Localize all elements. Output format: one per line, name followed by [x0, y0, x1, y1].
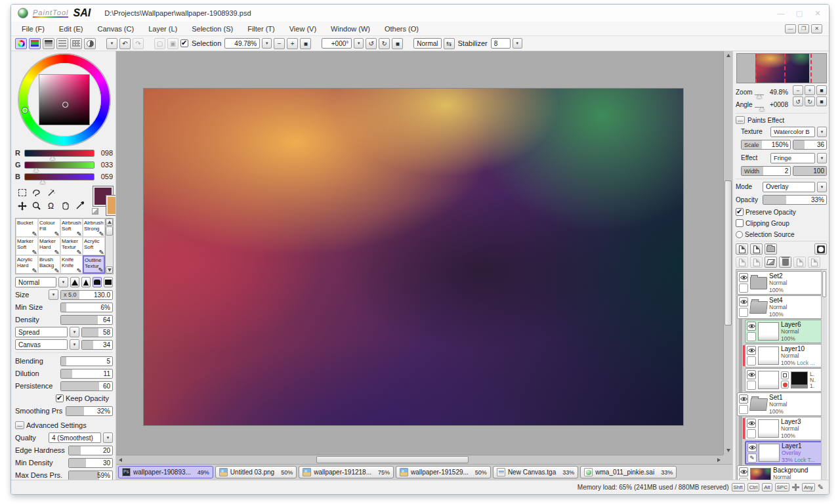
horizontal-scrollbar[interactable]: [116, 455, 723, 464]
angle-field[interactable]: +000°: [322, 38, 352, 49]
hsv-sliders-panel-toggle[interactable]: [43, 38, 54, 49]
layer-visibility-toggle[interactable]: [747, 322, 756, 331]
stabilizer-field[interactable]: 8: [491, 38, 511, 49]
smoothing-slider[interactable]: 32%: [66, 406, 113, 416]
sv-marker[interactable]: [62, 102, 68, 108]
density-slider[interactable]: 64: [60, 315, 113, 325]
r-slider[interactable]: [24, 150, 94, 157]
rect-select-tool[interactable]: [15, 186, 29, 199]
window-close-icon[interactable]: ✕: [813, 9, 822, 18]
brush-knife[interactable]: KnifeKnife✎: [60, 255, 83, 274]
swap-mode-button[interactable]: ⇆: [444, 38, 455, 49]
scroll-down-button[interactable]: [106, 266, 113, 274]
new-linework-layer-button[interactable]: [750, 243, 763, 255]
redo-button[interactable]: ↷: [133, 38, 144, 49]
nav-zoom-out-button[interactable]: −: [793, 85, 803, 95]
tab-wallpaper-1908939[interactable]: wallpaper-190893... 49%: [118, 466, 213, 478]
layer-mode-dropdown[interactable]: [817, 182, 827, 192]
texture-scale-slider[interactable]: Scale 150%: [741, 140, 791, 150]
spread-dropdown[interactable]: [70, 327, 79, 337]
paste-layer-button[interactable]: [808, 257, 820, 268]
move-tool[interactable]: [15, 200, 29, 212]
menu-layer[interactable]: Layer (L): [142, 23, 184, 35]
size-slider[interactable]: x 5.0 130.0: [60, 290, 113, 300]
rgb-sliders-panel-toggle[interactable]: [29, 38, 41, 49]
eyedropper-tool[interactable]: [73, 200, 87, 212]
fringe-strength-slider[interactable]: 100: [793, 166, 827, 176]
nav-rotate-cw-button[interactable]: ↻: [805, 96, 815, 106]
layer-visibility-toggle[interactable]: [747, 370, 756, 379]
saturation-value-square[interactable]: [39, 74, 90, 125]
layer-list-scrollbar[interactable]: [821, 270, 827, 480]
scroll-up-button[interactable]: [106, 219, 113, 226]
persistence-slider[interactable]: 60: [60, 381, 113, 391]
scroll-thumb[interactable]: [106, 226, 113, 236]
layer-visibility-toggle[interactable]: [739, 297, 748, 306]
brush-airbrush-strong[interactable]: AirbrushStrong✎: [83, 219, 105, 237]
dilution-slider[interactable]: 11: [60, 369, 113, 379]
paints-effect-collapse-button[interactable]: [736, 116, 745, 124]
canvas-texture-field[interactable]: Canvas: [15, 339, 68, 350]
layer-item-set4[interactable]: Set4 Normal 100%: [737, 295, 826, 319]
brush-shape-spike[interactable]: [70, 277, 79, 287]
nav-zoom-slider[interactable]: [755, 89, 764, 95]
g-slider[interactable]: [24, 161, 94, 169]
vertical-scrollbar[interactable]: [723, 51, 732, 455]
angle-reset-button[interactable]: ■: [392, 38, 403, 49]
brush-blend-mode-field[interactable]: Normal: [15, 277, 56, 287]
zoom-in-button[interactable]: +: [287, 38, 298, 49]
menu-selection[interactable]: Selection (S): [185, 23, 240, 35]
layer-visibility-toggle[interactable]: [747, 419, 756, 428]
brush-marker-texture[interactable]: MarkerTextur✎: [60, 237, 83, 255]
brush-blend-mode-dropdown[interactable]: [58, 277, 68, 287]
brush-shape-curve[interactable]: [81, 277, 91, 287]
brush-bucket[interactable]: Bucket✎: [16, 219, 38, 237]
advanced-settings-collapse-button[interactable]: [15, 421, 24, 429]
menu-edit[interactable]: Edit (E): [52, 23, 90, 35]
spread-slider[interactable]: 58: [81, 327, 113, 337]
tab-untitled-03[interactable]: Untitled 03.png 50%: [215, 466, 297, 478]
nav-zoom-reset-button[interactable]: ■: [816, 85, 827, 95]
b-slider[interactable]: [24, 173, 94, 180]
window-maximize-icon[interactable]: ▢: [795, 9, 804, 18]
selection-source-radio[interactable]: [736, 231, 743, 238]
zoom-dropdown-button[interactable]: [262, 38, 272, 49]
size-dropdown[interactable]: [49, 289, 58, 300]
layer-item-layer6[interactable]: Layer6 Normal 100%: [737, 320, 826, 343]
brush-colour-fill[interactable]: ColourFill✎: [38, 219, 60, 237]
layer-visibility-toggle[interactable]: [739, 467, 748, 476]
brush-marker-hard[interactable]: MarkerHard✎: [38, 237, 60, 255]
spread-mode-field[interactable]: Spread: [15, 327, 68, 337]
mdi-minimize-button[interactable]: —: [785, 24, 796, 33]
canvas-viewport[interactable]: [116, 51, 732, 464]
new-layer-button[interactable]: [736, 243, 748, 255]
mask-enabled-icon[interactable]: [781, 381, 789, 388]
zoom-tool[interactable]: [30, 200, 43, 212]
lasso-tool[interactable]: [30, 186, 43, 199]
brush-acrylic-hard[interactable]: AcrylicHard✎: [16, 255, 38, 274]
brush-shape-flat[interactable]: [104, 277, 113, 287]
layer-option-checkbox[interactable]: [739, 405, 748, 414]
tab-wma-011-pinkie[interactable]: wma_011_pinkie.sai 33%: [580, 466, 677, 478]
max-dens-prs-slider[interactable]: 59%: [68, 471, 113, 480]
background-color-swatch[interactable]: [106, 196, 116, 215]
keep-opacity-checkbox[interactable]: [56, 394, 64, 402]
nav-angle-slider[interactable]: [755, 101, 764, 108]
tab-wallpaper-191218[interactable]: wallpaper-191218... 75%: [299, 466, 394, 478]
zoom-field[interactable]: 49.78%: [224, 38, 260, 49]
crop-selection-button[interactable]: ▣: [167, 38, 178, 49]
brush-shape-round[interactable]: [93, 277, 102, 287]
layer-item-set2[interactable]: Set2 Normal 100%: [737, 271, 826, 295]
menu-window[interactable]: Window (W): [324, 23, 377, 35]
delete-layer-button[interactable]: [779, 257, 791, 268]
layer-option-checkbox[interactable]: [739, 284, 748, 293]
paint-mode-field[interactable]: Normal: [413, 38, 441, 49]
menu-view[interactable]: View (V): [283, 23, 323, 35]
layer-opacity-slider[interactable]: 33%: [763, 195, 827, 205]
layer-option-checkbox[interactable]: [739, 308, 748, 317]
layer-item-background[interactable]: Background Normal 100% FX: [737, 465, 826, 480]
mask-link-icon[interactable]: [781, 371, 789, 379]
nav-zoom-in-button[interactable]: +: [805, 85, 815, 95]
zoom-reset-button[interactable]: ■: [300, 38, 311, 49]
stabilizer-dropdown-button[interactable]: [513, 38, 522, 49]
